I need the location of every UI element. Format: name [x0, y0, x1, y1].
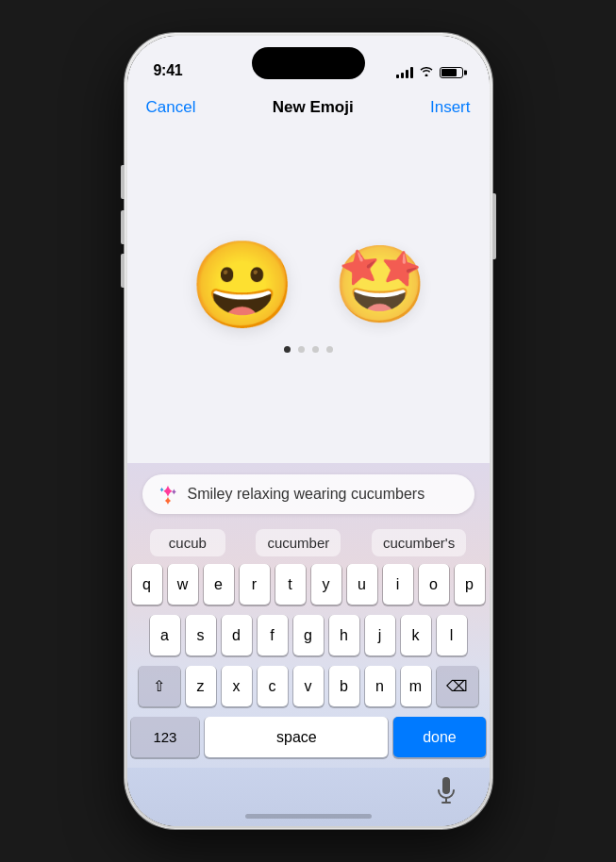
done-key[interactable]: done	[393, 717, 485, 757]
key-c[interactable]: c	[258, 666, 288, 706]
key-y[interactable]: y	[311, 564, 341, 605]
search-bar-container: Smiley relaxing wearing cucumbers	[127, 474, 490, 525]
dynamic-island	[252, 47, 365, 79]
autocomplete-item-3[interactable]: cucumber's	[372, 529, 466, 556]
shift-key[interactable]: ⇧	[139, 666, 180, 706]
emoji-area: 😀 🤩	[127, 132, 490, 463]
key-f[interactable]: f	[258, 615, 288, 655]
status-time: 9:41	[154, 62, 183, 79]
key-row-2: a s d f g h j k l	[131, 615, 486, 655]
key-a[interactable]: a	[150, 615, 180, 655]
insert-button[interactable]: Insert	[430, 98, 471, 117]
home-indicator	[245, 814, 372, 819]
key-w[interactable]: w	[168, 564, 198, 605]
key-e[interactable]: e	[204, 564, 234, 605]
keyboard-rows: q w e r t y u i o p a s	[127, 564, 490, 757]
key-p[interactable]: p	[455, 564, 485, 605]
key-q[interactable]: q	[132, 564, 162, 605]
key-u[interactable]: u	[347, 564, 377, 605]
secondary-emoji[interactable]: 🤩	[333, 247, 427, 323]
emoji-grid: 😀 🤩	[190, 242, 427, 327]
autocomplete-item-1[interactable]: cucub	[150, 529, 225, 556]
battery-icon	[440, 67, 463, 78]
key-g[interactable]: g	[293, 615, 324, 655]
key-row-4: 123 space done	[131, 717, 486, 757]
status-bar: 9:41	[127, 36, 490, 87]
key-i[interactable]: i	[383, 564, 413, 605]
search-bar[interactable]: Smiley relaxing wearing cucumbers	[142, 474, 474, 514]
ai-sparkle-icon	[158, 484, 178, 505]
dot-4	[326, 346, 333, 353]
key-row-3: ⇧ z x c v b n m ⌫	[131, 666, 486, 706]
primary-emoji[interactable]: 😀	[190, 242, 295, 327]
backspace-key[interactable]: ⌫	[437, 666, 478, 706]
nav-title: New Emoji	[273, 98, 354, 117]
key-x[interactable]: x	[222, 666, 252, 706]
nav-bar: Cancel New Emoji Insert	[127, 87, 490, 132]
dot-3	[312, 346, 319, 353]
key-t[interactable]: t	[275, 564, 306, 605]
key-n[interactable]: n	[365, 666, 395, 706]
keyboard-area: Smiley relaxing wearing cucumbers cucub …	[127, 463, 490, 826]
search-input-text[interactable]: Smiley relaxing wearing cucumbers	[188, 486, 459, 503]
key-v[interactable]: v	[293, 666, 324, 706]
cancel-button[interactable]: Cancel	[146, 98, 196, 117]
autocomplete-item-2[interactable]: cucumber	[256, 529, 341, 556]
key-d[interactable]: d	[222, 615, 252, 655]
numbers-key[interactable]: 123	[131, 717, 200, 757]
key-h[interactable]: h	[329, 615, 359, 655]
phone-frame: 9:41	[125, 33, 492, 829]
signal-icon	[396, 67, 413, 78]
key-s[interactable]: s	[186, 615, 216, 655]
wifi-icon	[419, 65, 434, 79]
key-k[interactable]: k	[401, 615, 431, 655]
svg-rect-0	[442, 777, 450, 794]
key-o[interactable]: o	[419, 564, 449, 605]
key-j[interactable]: j	[365, 615, 395, 655]
dot-2	[298, 346, 305, 353]
status-icons	[396, 65, 463, 79]
key-r[interactable]: r	[240, 564, 270, 605]
mic-button[interactable]	[431, 776, 461, 806]
key-l[interactable]: l	[437, 615, 467, 655]
key-m[interactable]: m	[401, 666, 431, 706]
key-b[interactable]: b	[329, 666, 359, 706]
dot-1	[284, 346, 291, 353]
key-row-1: q w e r t y u i o p	[131, 564, 486, 605]
key-z[interactable]: z	[186, 666, 216, 706]
autocomplete-row: cucub cucumber cucumber's	[127, 525, 490, 564]
space-key[interactable]: space	[205, 717, 388, 757]
page-dots	[284, 346, 333, 353]
